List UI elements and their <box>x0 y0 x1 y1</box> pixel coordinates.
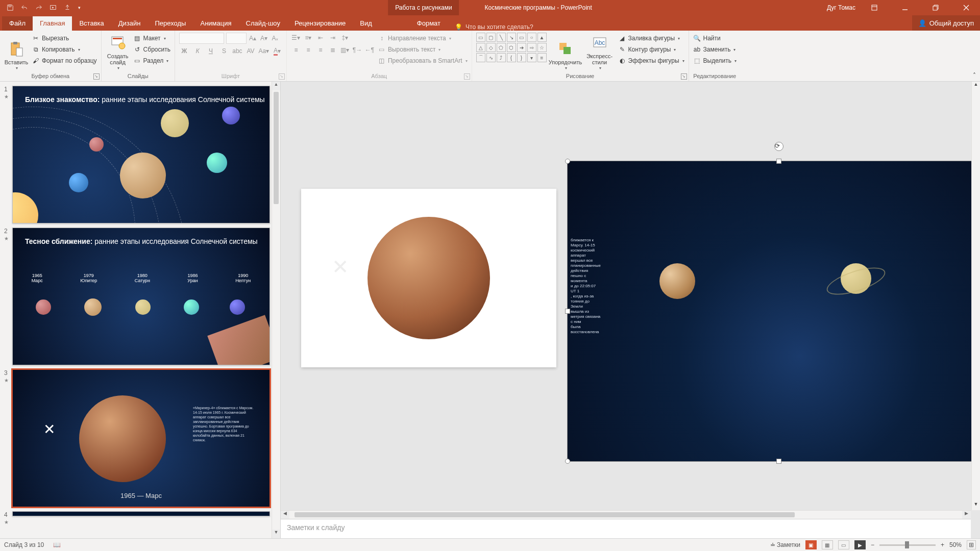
tab-review[interactable]: Рецензирование <box>287 16 353 31</box>
find-button[interactable]: 🔍Найти <box>693 33 737 44</box>
justify-button[interactable]: ≣ <box>328 45 338 55</box>
cut-button[interactable]: ✂Вырезать <box>32 33 97 44</box>
align-text-button[interactable]: ▭Выровнять текст▾ <box>378 44 468 55</box>
editor-horizontal-scrollbar[interactable]: ◀ ▶ <box>281 510 971 519</box>
shape-fill-button[interactable]: ◢Заливка фигуры▾ <box>618 33 684 44</box>
hscroll-thumb[interactable] <box>295 512 795 517</box>
rtl-button[interactable]: ←¶ <box>364 45 375 55</box>
vscroll-down-button[interactable]: ▼ <box>972 502 980 510</box>
clear-formatting-button[interactable]: Aₓ <box>270 33 280 43</box>
quick-styles-button[interactable]: Abc Экспресс-стили▾ <box>584 33 615 71</box>
columns-button[interactable]: ▥▾ <box>340 45 350 55</box>
redo-button[interactable] <box>33 2 45 14</box>
reset-button[interactable]: ↺Сбросить <box>133 44 170 55</box>
tab-animations[interactable]: Анимация <box>193 16 238 31</box>
tab-home[interactable]: Главная <box>33 16 72 31</box>
decrease-indent-button[interactable]: ⇤ <box>315 33 326 43</box>
zoom-in-button[interactable]: + <box>941 541 944 548</box>
arrange-button[interactable]: Упорядочить▾ <box>550 33 581 71</box>
resize-handle-w[interactable] <box>565 309 570 314</box>
strikethrough-button[interactable]: S <box>219 46 229 56</box>
tab-insert[interactable]: Вставка <box>72 16 111 31</box>
new-slide-button[interactable]: Создать слайд▾ <box>106 33 130 71</box>
decrease-font-button[interactable]: A▾ <box>259 33 269 43</box>
maximize-button[interactable] <box>924 0 947 15</box>
thumbnails-scrollbar[interactable]: ▲ ▼ <box>272 82 280 538</box>
rotation-handle[interactable]: ⟳ <box>774 142 783 151</box>
text-direction-button[interactable]: ↕Направление текста▾ <box>378 33 468 44</box>
tab-slideshow[interactable]: Слайд-шоу <box>239 16 287 31</box>
hscroll-right-button[interactable]: ▶ <box>962 511 971 519</box>
tab-file[interactable]: Файл <box>2 16 33 31</box>
convert-smartart-button[interactable]: ◫Преобразовать в SmartArt▾ <box>378 55 468 66</box>
shapes-gallery[interactable]: ▭▢╲↘▭○▲ △◇⬠⬡➔⇨☆ ⌒∿⤴{}▾≡ <box>476 33 547 62</box>
font-size-input[interactable] <box>226 33 247 44</box>
undo-button[interactable] <box>18 2 31 14</box>
shape-outline-button[interactable]: ✎Контур фигуры▾ <box>618 44 684 55</box>
shadow-button[interactable]: abc <box>232 46 242 56</box>
thumbnail-slide-2[interactable]: 2★ Тесное сближение: ранние этапы исслед… <box>12 228 270 365</box>
clipboard-dialog-launcher[interactable]: ↘ <box>93 73 100 80</box>
increase-indent-button[interactable]: ⇥ <box>328 33 338 43</box>
italic-button[interactable]: К <box>192 46 203 56</box>
zoom-level[interactable]: 50% <box>949 541 962 548</box>
minimize-button[interactable] <box>893 0 917 15</box>
slide-canvas[interactable]: ✕ <box>301 189 556 367</box>
editor-vertical-scrollbar[interactable]: ▲ ▼ <box>971 82 980 510</box>
paragraph-dialog-launcher[interactable]: ↘ <box>464 73 470 80</box>
collapse-ribbon-button[interactable]: ˄ <box>969 31 980 81</box>
tab-design[interactable]: Дизайн <box>111 16 148 31</box>
spell-check-icon[interactable]: 📖 <box>53 541 61 548</box>
ribbon-display-options-button[interactable] <box>863 0 886 15</box>
ltr-button[interactable]: ¶→ <box>352 45 362 55</box>
tab-format[interactable]: Формат <box>410 16 448 31</box>
save-button[interactable] <box>4 2 16 14</box>
close-button[interactable] <box>954 0 978 15</box>
tab-view[interactable]: Вид <box>353 16 379 31</box>
shape-effects-button[interactable]: ◐Эффекты фигуры▾ <box>618 55 684 66</box>
scroll-down-button[interactable]: ▼ <box>272 530 280 538</box>
notes-pane[interactable]: Заметки к слайду <box>281 519 971 538</box>
font-color-button[interactable]: A▾ <box>272 46 282 56</box>
format-painter-button[interactable]: 🖌Формат по образцу <box>32 55 97 66</box>
replace-button[interactable]: abЗаменить▾ <box>693 44 737 55</box>
user-name[interactable]: Дуг Томас <box>827 4 855 11</box>
slide-sorter-button[interactable]: ▦ <box>822 540 833 549</box>
fit-to-window-button[interactable]: ⊞ <box>967 540 976 549</box>
font-family-input[interactable] <box>179 33 224 44</box>
tab-transitions[interactable]: Переходы <box>148 16 193 31</box>
line-spacing-button[interactable]: ‡▾ <box>340 33 350 43</box>
slide-indicator[interactable]: Слайд 3 из 10 <box>4 541 44 548</box>
notes-toggle[interactable]: ≐ Заметки <box>770 541 800 548</box>
share-button[interactable]: 👤 Общий доступ <box>912 15 980 31</box>
thumbnail-slide-1[interactable]: 1★ Близкое знакомство: ранние этапы иссл… <box>12 86 270 223</box>
increase-font-button[interactable]: A▴ <box>248 33 258 43</box>
resize-handle-nw[interactable] <box>565 159 570 164</box>
align-left-button[interactable]: ≡ <box>291 45 301 55</box>
align-right-button[interactable]: ≡ <box>315 45 326 55</box>
paste-button[interactable]: Вставить▾ <box>4 33 29 71</box>
resize-handle-s[interactable] <box>776 459 781 464</box>
bullets-button[interactable]: ☰▾ <box>291 33 301 43</box>
copy-button[interactable]: ⧉Копировать▾ <box>32 44 97 55</box>
hscroll-left-button[interactable]: ◀ <box>281 511 289 519</box>
reading-view-button[interactable]: ▭ <box>838 540 849 549</box>
zoom-slider[interactable] <box>879 544 936 546</box>
align-center-button[interactable]: ≡ <box>303 45 313 55</box>
resize-handle-n[interactable] <box>776 159 781 164</box>
slideshow-view-button[interactable]: ▶ <box>854 540 866 549</box>
normal-view-button[interactable]: ▣ <box>805 540 817 549</box>
scroll-up-button[interactable]: ▲ <box>272 82 280 90</box>
resize-handle-sw[interactable] <box>565 459 570 464</box>
change-case-button[interactable]: Aa▾ <box>259 46 269 56</box>
zoom-out-button[interactable]: − <box>871 541 874 548</box>
vscroll-up-button[interactable]: ▲ <box>972 82 980 90</box>
layout-button[interactable]: ▤Макет▾ <box>133 33 170 44</box>
touch-mode-button[interactable] <box>61 2 74 14</box>
thumbnail-slide-3[interactable]: 3★ ✕ «Маринер-4» сближается с Марсом. 14… <box>12 369 270 507</box>
numbering-button[interactable]: ≡▾ <box>303 33 313 43</box>
char-spacing-button[interactable]: AV <box>246 46 256 56</box>
font-dialog-launcher[interactable]: ↘ <box>279 73 285 80</box>
underline-button[interactable]: Ч <box>206 46 216 56</box>
slide-editor[interactable]: ✕ ⟳ ближается к Марсу. 14-15космический … <box>281 82 980 538</box>
